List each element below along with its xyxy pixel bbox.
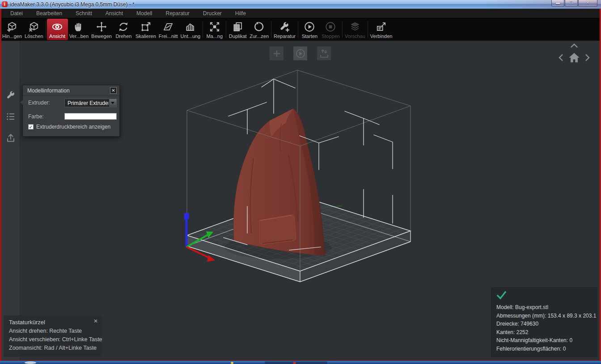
toolbar-button-support[interactable]: Unt...ung <box>179 19 202 40</box>
sidebar-model-settings-wrench-icon[interactable] <box>5 90 16 101</box>
toolbar-label: Vorschau <box>345 33 365 39</box>
toolbar-button-stop[interactable]: Stoppen <box>320 19 341 40</box>
status-triangles: Dreiecke: 749630 <box>496 320 592 328</box>
toolbar-separator <box>271 21 271 38</box>
toolbar-button-preview[interactable]: Vorschau <box>343 19 367 40</box>
quick-start-button[interactable] <box>293 46 307 60</box>
cut-plane-icon <box>162 21 174 33</box>
toolbar-button-move[interactable]: Bewegen <box>90 19 113 40</box>
windows-taskbar[interactable] <box>0 360 601 364</box>
nav-home-icon[interactable] <box>568 52 580 63</box>
main-toolbar: Hin...gen Löschen Ansicht <box>0 18 601 41</box>
extruder-area-checkbox[interactable]: ✓ <box>28 124 34 130</box>
model-status-panel: Modell: Bug-export.stl Abmessungen (mm):… <box>491 287 597 357</box>
start-print-icon <box>304 21 315 33</box>
nav-right-chevron[interactable] <box>585 54 590 62</box>
toolbar-separator <box>368 21 368 38</box>
toolbar-label: Starten <box>302 33 317 39</box>
toolbar-button-view[interactable]: Ansicht <box>47 19 68 40</box>
sidebar-list-icon[interactable] <box>5 111 16 122</box>
nav-up-chevron[interactable] <box>570 43 578 48</box>
toolbar-button-rotate[interactable]: Drehen <box>113 19 134 40</box>
plus-icon <box>272 49 282 59</box>
extruder-area-checkbox-label: Extruderdruckbereich anzeigen <box>36 124 110 130</box>
toolbar-label: Drehen <box>115 33 131 39</box>
left-sidebar <box>1 41 20 360</box>
toolbar-button-delete[interactable]: Löschen <box>23 19 45 40</box>
menu-modell[interactable]: Modell <box>130 10 159 17</box>
taskbar-icon-yellow <box>231 362 233 364</box>
toolbar-button-reset[interactable]: Zur...zen <box>248 19 270 40</box>
stop-print-icon <box>325 21 336 33</box>
titlebar[interactable]: i ideaMaker 3.3.0 (Anycubic i3 Mega 0,5m… <box>0 0 601 9</box>
toolbar-label: Reparatur <box>274 33 296 39</box>
farbe-label: Farbe: <box>28 113 44 120</box>
menu-hilfe[interactable]: Hilfe <box>229 10 253 17</box>
panel-close-button[interactable]: ✕ <box>110 87 117 94</box>
minimize-button[interactable]: ▬ <box>551 0 564 7</box>
extruder-dropdown[interactable]: Primärer Extruder <box>64 99 117 107</box>
toolbar-label: Ansicht <box>49 33 65 39</box>
status-model-name: Modell: Bug-export.stl <box>496 303 592 312</box>
menu-schnitt[interactable]: Schnitt <box>69 10 99 17</box>
quick-export-button[interactable] <box>317 46 331 60</box>
toolbar-label: Unt...ung <box>181 33 201 39</box>
toolbar-separator <box>46 21 46 38</box>
toolbar-label: Duplikat <box>229 33 247 39</box>
nav-left-chevron[interactable] <box>558 54 563 62</box>
undo-reset-icon <box>254 21 265 33</box>
window-title: ideaMaker 3.3.0 (Anycubic i3 Mega 0,5mm … <box>10 1 135 8</box>
toolbar-button-freecut[interactable]: Frei...nitt <box>157 19 179 40</box>
toolbar-button-maxfit[interactable]: Ma...ng <box>204 19 225 40</box>
toolbar-button-duplicate[interactable]: Duplikat <box>227 19 248 40</box>
toolbar-button-add[interactable]: Hin...gen <box>1 19 23 40</box>
status-nonmanifold-edges: Nicht-Mannigfaltigkeit-Kanten: 0 <box>496 336 592 345</box>
toolbar-button-start[interactable]: Starten <box>299 19 320 40</box>
toolbar-button-connect[interactable]: Verbinden <box>369 19 394 40</box>
toolbar-label: Hin...gen <box>2 33 22 39</box>
sidebar-export-icon[interactable] <box>5 133 16 143</box>
extruder-label: Extruder: <box>28 100 50 106</box>
success-check-icon <box>496 291 507 300</box>
toolbar-label: Skalieren <box>135 33 156 39</box>
app-window: i ideaMaker 3.3.0 (Anycubic i3 Mega 0,5m… <box>0 0 601 364</box>
menu-drucker[interactable]: Drucker <box>196 10 229 17</box>
toolbar-separator <box>203 21 203 38</box>
toolbar-label: Löschen <box>25 33 43 39</box>
taskbar-active-button <box>265 361 327 364</box>
rotate-arrows-icon <box>118 21 129 33</box>
toolbar-separator <box>298 21 298 38</box>
repair-wrench-icon <box>279 21 290 33</box>
toolbar-separator <box>226 21 226 38</box>
move-arrows-icon <box>96 21 107 33</box>
model-info-panel: Modellinformation ✕ Extruder: Primärer E… <box>22 85 120 137</box>
toolbar-label: Verbinden <box>370 33 393 39</box>
export-tray-icon <box>319 49 329 59</box>
shortcuts-title: Tastaturkürzel <box>9 319 97 326</box>
add-model-icon <box>6 21 18 33</box>
status-edges: Kanten: 2252 <box>496 328 592 337</box>
toolbar-label: Zur...zen <box>250 33 269 39</box>
restore-button[interactable]: ❐ <box>565 0 578 7</box>
menu-ansicht[interactable]: Ansicht <box>99 10 130 17</box>
menu-reparatur[interactable]: Reparatur <box>159 10 196 17</box>
menu-bearbeiten[interactable]: Bearbeiten <box>30 10 69 17</box>
shortcut-line: Ansicht drehen: Rechte Taste <box>9 327 97 335</box>
duplicate-icon <box>232 21 244 33</box>
status-misoriented-faces: Fehlerorientierungsflächen: 0 <box>496 345 592 353</box>
color-swatch-field[interactable] <box>64 113 117 120</box>
toolbar-label: Frei...nitt <box>159 33 178 39</box>
toolbar-button-scale[interactable]: Skalieren <box>134 19 157 40</box>
close-button[interactable]: ✕ <box>578 0 597 7</box>
quick-add-button[interactable] <box>270 46 284 60</box>
toolbar-button-repair[interactable]: Reparatur <box>272 19 297 40</box>
eye-icon <box>51 21 63 33</box>
toolbar-label: Ma...ng <box>206 33 223 39</box>
shortcut-line: Zoomansicht: Rad / Alt+Linke Taste <box>9 344 97 352</box>
desktop-edge-left <box>0 9 1 360</box>
support-structure-icon <box>185 21 196 33</box>
menu-datei[interactable]: Datei <box>4 10 30 17</box>
toolbar-button-pan[interactable]: Ver...ben <box>68 19 90 40</box>
up-arrow <box>262 79 295 113</box>
shortcuts-close-button[interactable]: ✕ <box>93 318 98 324</box>
